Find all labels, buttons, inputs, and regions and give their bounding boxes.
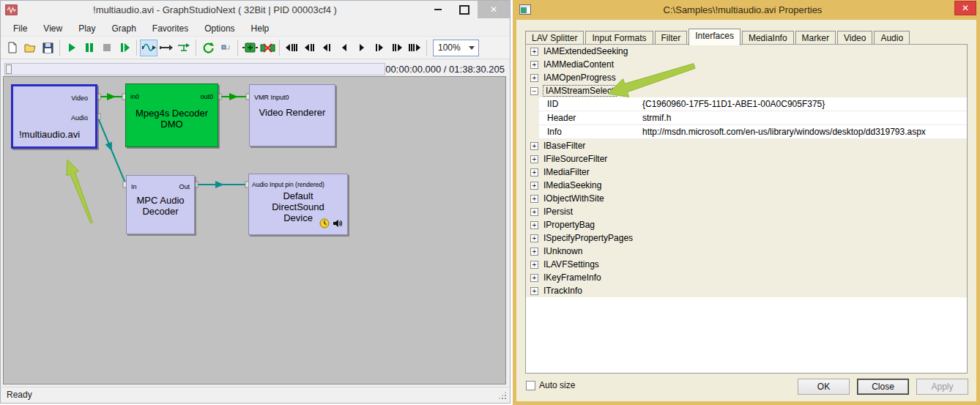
interface-row[interactable]: +IAMMediaContent — [526, 58, 967, 71]
interface-row[interactable]: +IKeyFrameInfo — [526, 271, 967, 284]
graph-layout-button[interactable] — [217, 40, 234, 56]
save-button[interactable] — [39, 40, 56, 56]
pin-label-in[interactable]: In — [131, 183, 137, 190]
pin-label-audio-input[interactable]: Audio Input pin (rendered) — [252, 181, 324, 188]
interface-row[interactable]: +IBaseFilter — [526, 139, 967, 152]
interface-row[interactable]: +ISpecifyPropertyPages — [526, 231, 967, 245]
stop-button[interactable] — [98, 40, 116, 56]
expand-icon[interactable]: + — [530, 221, 538, 229]
step-forward-button[interactable] — [353, 40, 371, 56]
expand-icon[interactable]: + — [530, 208, 538, 216]
interface-row[interactable]: +IMediaFilter — [526, 166, 967, 179]
filter-box-audio-renderer[interactable]: Audio Input pin (rendered) Default Direc… — [248, 174, 348, 235]
play-button[interactable] — [63, 40, 81, 56]
interface-row[interactable]: +IPersist — [526, 205, 967, 218]
connect-intelligent-button[interactable] — [140, 40, 157, 56]
expand-icon[interactable]: + — [530, 248, 538, 256]
step-back-button[interactable] — [335, 40, 353, 56]
dialog-icon — [519, 4, 531, 15]
resize-grip[interactable] — [499, 392, 506, 399]
menu-view[interactable]: View — [35, 22, 70, 35]
detail-row-iid[interactable]: IID{C1960960-17F5-11D1-ABE1-00A0C905F375… — [526, 97, 967, 111]
apply-button[interactable]: Apply — [916, 379, 968, 395]
connect-direct-button[interactable] — [157, 40, 175, 56]
interface-row[interactable]: +IAMExtendedSeeking — [526, 45, 967, 58]
expand-icon[interactable]: + — [530, 155, 538, 163]
interface-row[interactable]: +IPropertyBag — [526, 218, 967, 231]
pin-label-out[interactable]: Out — [179, 183, 190, 190]
menu-help[interactable]: Help — [243, 22, 278, 35]
insert-filter-button[interactable] — [241, 40, 259, 56]
collapse-icon[interactable]: − — [530, 87, 538, 95]
filter-box-audio-decoder[interactable]: In Out MPC Audio Decoder — [126, 175, 195, 234]
close-button[interactable]: ✕ — [478, 1, 510, 18]
detail-row-info[interactable]: Infohttp://msdn.microsoft.com/en-us/libr… — [526, 125, 967, 139]
minimize-button[interactable] — [425, 1, 451, 18]
tab-input-formats[interactable]: Input Formats — [585, 31, 653, 45]
ok-button[interactable]: OK — [798, 379, 850, 395]
expand-icon[interactable]: + — [530, 234, 538, 242]
refresh-graph-button[interactable] — [199, 40, 217, 56]
interface-row[interactable]: +ITrackInfo — [526, 284, 967, 297]
tab-filter[interactable]: Filter — [655, 31, 688, 45]
new-graph-button[interactable] — [4, 40, 21, 56]
seek-forward-3-button[interactable] — [406, 40, 423, 56]
seek-thumb[interactable] — [6, 64, 12, 74]
interface-row-iamstreamselect[interactable]: −IAMStreamSelect — [526, 84, 967, 97]
remove-filter-button[interactable] — [259, 40, 276, 56]
interface-row[interactable]: +IAMOpenProgress — [526, 71, 967, 84]
detail-row-header[interactable]: Headerstrmif.h — [526, 111, 967, 125]
tab-lav-splitter[interactable]: LAV Splitter — [525, 31, 584, 45]
seek-forward-1-button[interactable] — [371, 40, 388, 56]
filter-box-video-renderer[interactable]: VMR Input0 Video Renderer — [249, 84, 335, 146]
expand-icon[interactable]: + — [530, 142, 538, 150]
expand-icon[interactable]: + — [530, 195, 538, 203]
render-pin-button[interactable] — [175, 40, 193, 56]
expand-icon[interactable]: + — [530, 48, 538, 56]
auto-size-checkbox[interactable] — [526, 381, 535, 390]
expand-icon[interactable]: + — [530, 261, 538, 269]
interface-row[interactable]: +ILAVFSettings — [526, 258, 967, 271]
pin-label-vmr-input0[interactable]: VMR Input0 — [254, 94, 289, 101]
seek-forward-2-button[interactable] — [388, 40, 406, 56]
pause-button[interactable] — [81, 40, 98, 56]
open-file-button[interactable] — [21, 40, 39, 56]
filter-box-source[interactable]: Video Audio !multiaudio.avi — [11, 84, 97, 149]
menu-play[interactable]: Play — [70, 22, 103, 35]
expand-icon[interactable]: + — [530, 182, 538, 190]
interface-row[interactable]: +IObjectWithSite — [526, 192, 967, 205]
expand-icon[interactable]: + — [530, 287, 538, 295]
filter-graph-canvas[interactable]: Video Audio !multiaudio.avi in0 out0 Mpe… — [3, 76, 506, 384]
tab-video[interactable]: Video — [837, 31, 872, 45]
title-bar: !multiaudio.avi - GraphStudioNext ( 32Bi… — [1, 1, 510, 21]
seek-backward-2-button[interactable] — [300, 40, 318, 56]
close-dialog-button[interactable]: Close — [857, 379, 909, 395]
expand-icon[interactable]: + — [530, 168, 538, 177]
tab-marker[interactable]: Marker — [795, 31, 836, 45]
menu-options[interactable]: Options — [196, 22, 242, 35]
interface-row[interactable]: +IFileSourceFilter — [526, 152, 967, 166]
pin-label-audio[interactable]: Audio — [71, 114, 88, 122]
seek-bar[interactable] — [4, 63, 385, 75]
pin-label-out0[interactable]: out0 — [200, 93, 213, 100]
zoom-select[interactable]: 100% — [433, 40, 479, 56]
tab-audio[interactable]: Audio — [874, 31, 910, 45]
menu-graph[interactable]: Graph — [103, 22, 144, 35]
menu-favorites[interactable]: Favorites — [144, 22, 196, 35]
seek-backward-3-button[interactable] — [283, 40, 300, 56]
expand-icon[interactable]: + — [530, 61, 538, 69]
expand-icon[interactable]: + — [530, 74, 538, 82]
filter-box-mpeg4s-decoder[interactable]: in0 out0 Mpeg4s Decoder DMO — [125, 83, 218, 147]
interface-row[interactable]: +IUnknown — [526, 245, 967, 258]
tab-interfaces[interactable]: Interfaces — [688, 29, 740, 45]
pin-label-in0[interactable]: in0 — [130, 93, 139, 100]
step-button[interactable] — [116, 40, 133, 56]
menu-file[interactable]: File — [5, 22, 35, 35]
dialog-close-button[interactable]: ✕ — [954, 1, 976, 15]
interface-row[interactable]: +IMediaSeeking — [526, 179, 967, 192]
seek-backward-1-button[interactable] — [318, 40, 335, 56]
pin-label-video[interactable]: Video — [71, 94, 88, 102]
expand-icon[interactable]: + — [530, 274, 538, 282]
maximize-button[interactable] — [451, 1, 478, 18]
tab-mediainfo[interactable]: MediaInfo — [742, 31, 794, 45]
